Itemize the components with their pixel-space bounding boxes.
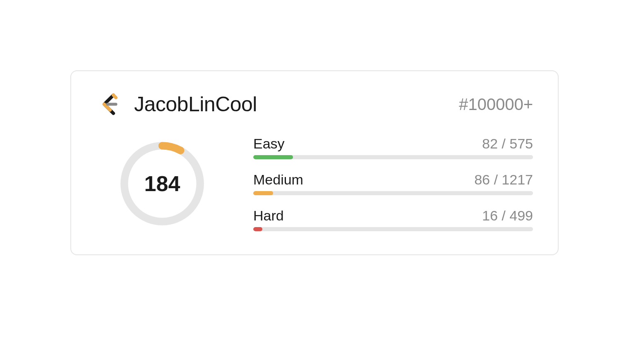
- progress-fill: [253, 155, 293, 159]
- difficulty-label: Easy: [253, 136, 285, 152]
- difficulty-row-medium: Medium86 / 1217: [253, 172, 533, 195]
- stats-card: JacobLinCool #100000+ 184 Easy82 / 575Me…: [70, 70, 559, 255]
- progress-fill: [253, 227, 262, 231]
- difficulty-row-easy: Easy82 / 575: [253, 136, 533, 159]
- rank-text: #100000+: [459, 95, 533, 114]
- progress-track: [253, 191, 533, 195]
- difficulty-value: 16 / 499: [482, 208, 533, 224]
- total-solved-value: 184: [117, 138, 208, 229]
- card-body: 184 Easy82 / 575Medium86 / 1217Hard16 / …: [96, 136, 533, 231]
- difficulty-value: 86 / 1217: [474, 172, 533, 188]
- username: JacobLinCool: [134, 92, 257, 116]
- progress-track: [253, 155, 533, 159]
- difficulty-row-top: Medium86 / 1217: [253, 172, 533, 188]
- difficulty-bars: Easy82 / 575Medium86 / 1217Hard16 / 499: [253, 136, 533, 231]
- difficulty-row-hard: Hard16 / 499: [253, 208, 533, 231]
- progress-track: [253, 227, 533, 231]
- progress-ring-container: 184: [96, 138, 228, 229]
- leetcode-icon: [96, 91, 122, 117]
- difficulty-row-top: Easy82 / 575: [253, 136, 533, 152]
- progress-fill: [253, 191, 273, 195]
- difficulty-row-top: Hard16 / 499: [253, 208, 533, 224]
- difficulty-label: Hard: [253, 208, 284, 224]
- card-header: JacobLinCool #100000+: [96, 91, 533, 117]
- difficulty-value: 82 / 575: [482, 136, 533, 152]
- progress-ring: 184: [117, 138, 208, 229]
- difficulty-label: Medium: [253, 172, 303, 188]
